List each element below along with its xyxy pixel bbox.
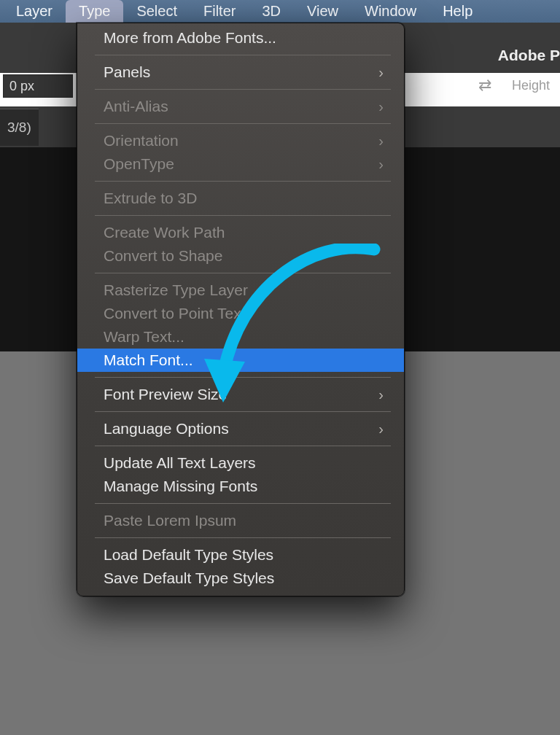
menu-separator <box>95 411 391 412</box>
chevron-right-icon: › <box>378 421 384 438</box>
menu-separator <box>95 377 391 378</box>
menu-orientation: Orientation› <box>77 129 404 152</box>
menu-select[interactable]: Select <box>123 0 190 23</box>
menu-view[interactable]: View <box>294 0 351 23</box>
document-tab[interactable]: 3/8) <box>0 109 39 146</box>
app-name-label: Adobe P <box>498 47 560 64</box>
chevron-right-icon: › <box>378 386 384 403</box>
menu-separator <box>95 215 391 216</box>
menu-separator <box>95 55 391 55</box>
menu-panels[interactable]: Panels› <box>77 61 404 84</box>
chevron-right-icon: › <box>378 156 384 173</box>
menu-separator <box>95 537 391 538</box>
menu-more-adobe-fonts[interactable]: More from Adobe Fonts... <box>77 26 404 50</box>
menu-match-font[interactable]: Match Font... <box>77 349 404 372</box>
menu-help[interactable]: Help <box>429 0 486 23</box>
menu-3d[interactable]: 3D <box>249 0 294 23</box>
menu-separator <box>95 273 391 273</box>
menubar: Layer Type Select Filter 3D View Window … <box>0 0 560 23</box>
menu-rasterize-type-layer: Rasterize Type Layer <box>77 279 404 302</box>
menu-opentype: OpenType› <box>77 152 404 176</box>
chevron-right-icon: › <box>378 64 384 81</box>
menu-manage-missing-fonts[interactable]: Manage Missing Fonts <box>77 475 404 498</box>
menu-separator <box>95 123 391 124</box>
menu-extrude-3d: Extrude to 3D <box>77 187 404 210</box>
menu-update-all-text-layers[interactable]: Update All Text Layers <box>77 451 404 475</box>
menu-separator <box>95 503 391 504</box>
height-label: Height <box>512 78 550 93</box>
menu-language-options[interactable]: Language Options› <box>77 417 404 440</box>
type-menu-dropdown: More from Adobe Fonts... Panels› Anti-Al… <box>77 23 405 596</box>
menu-warp-text: Warp Text... <box>77 325 404 349</box>
px-input[interactable]: 0 px <box>3 74 73 98</box>
menu-load-default-type-styles[interactable]: Load Default Type Styles <box>77 543 404 567</box>
menu-anti-alias: Anti-Alias› <box>77 95 404 118</box>
menu-window[interactable]: Window <box>351 0 429 23</box>
menu-convert-to-shape: Convert to Shape <box>77 244 404 268</box>
menu-create-work-path: Create Work Path <box>77 221 404 244</box>
menu-filter[interactable]: Filter <box>190 0 249 23</box>
menu-font-preview-size[interactable]: Font Preview Size› <box>77 383 404 406</box>
menu-separator <box>95 89 391 90</box>
menu-separator <box>95 446 391 446</box>
chevron-right-icon: › <box>378 133 384 149</box>
swap-icon[interactable]: ⇄ <box>478 76 491 95</box>
menu-paste-lorem-ipsum: Paste Lorem Ipsum <box>77 509 404 532</box>
menu-layer[interactable]: Layer <box>3 0 66 23</box>
menu-type[interactable]: Type <box>66 0 123 23</box>
menu-save-default-type-styles[interactable]: Save Default Type Styles <box>77 567 404 590</box>
chevron-right-icon: › <box>378 98 384 115</box>
menu-convert-to-point-text: Convert to Point Text <box>77 302 404 325</box>
menu-separator <box>95 181 391 182</box>
